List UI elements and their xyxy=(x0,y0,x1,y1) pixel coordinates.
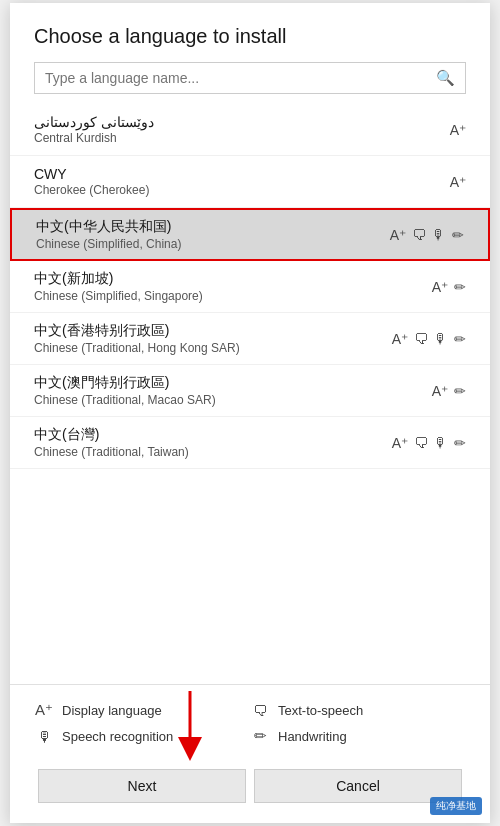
display-icon: A⁺ xyxy=(392,331,408,347)
lang-item-chinese-simplified-singapore[interactable]: 中文(新加坡) Chinese (Simplified, Singapore) … xyxy=(10,261,490,313)
lang-icons: A⁺ 🗨 🎙 ✏ xyxy=(392,435,466,451)
lang-subname: Chinese (Traditional, Macao SAR) xyxy=(34,393,432,407)
legend-handwriting-icon: ✏ xyxy=(250,727,270,745)
lang-name: 中文(新加坡) xyxy=(34,270,432,288)
display-icon: A⁺ xyxy=(450,174,466,190)
next-button[interactable]: Next xyxy=(38,769,246,803)
lang-icons: A⁺ ✏ xyxy=(432,279,466,295)
lang-subname: Chinese (Traditional, Taiwan) xyxy=(34,445,392,459)
lang-subname: Chinese (Simplified, Singapore) xyxy=(34,289,432,303)
legend-tts-icon: 🗨 xyxy=(250,702,270,719)
display-icon: A⁺ xyxy=(432,383,448,399)
lang-text: 中文(香港特别行政區) Chinese (Traditional, Hong K… xyxy=(34,322,392,355)
tts-icon: 🗨 xyxy=(414,331,428,347)
lang-subname: Central Kurdish xyxy=(34,131,450,145)
watermark: 纯净基地 xyxy=(430,797,482,815)
handwriting-icon: ✏ xyxy=(454,435,466,451)
handwriting-icon: ✏ xyxy=(454,383,466,399)
lang-item-central-kurdish[interactable]: دوێستانی کوردستانی Central Kurdish A⁺ xyxy=(10,104,490,156)
search-input[interactable] xyxy=(45,70,436,86)
legend-handwriting: ✏ Handwriting xyxy=(250,727,466,745)
handwriting-icon: ✏ xyxy=(454,279,466,295)
display-icon: A⁺ xyxy=(450,122,466,138)
lang-icons: A⁺ xyxy=(450,122,466,138)
handwriting-icon: ✏ xyxy=(452,227,464,243)
legend-section: A⁺ Display language 🗨 Text-to-speech 🎙 S… xyxy=(10,684,490,755)
lang-text: 中文(澳門特别行政區) Chinese (Traditional, Macao … xyxy=(34,374,432,407)
search-box[interactable]: 🔍 xyxy=(34,62,466,94)
lang-icons: A⁺ ✏ xyxy=(432,383,466,399)
display-icon: A⁺ xyxy=(390,227,406,243)
lang-text: 中文(新加坡) Chinese (Simplified, Singapore) xyxy=(34,270,432,303)
lang-text: 中文(台灣) Chinese (Traditional, Taiwan) xyxy=(34,426,392,459)
lang-text: 中文(中华人民共和国) Chinese (Simplified, China) xyxy=(36,218,390,251)
lang-text: CWY Cherokee (Cherokee) xyxy=(34,166,450,197)
legend-handwriting-label: Handwriting xyxy=(278,729,347,744)
handwriting-icon: ✏ xyxy=(454,331,466,347)
language-install-dialog: Choose a language to install 🔍 دوێستانی … xyxy=(10,3,490,823)
legend-display-icon: A⁺ xyxy=(34,701,54,719)
lang-subname: Cherokee (Cherokee) xyxy=(34,183,450,197)
lang-name: 中文(台灣) xyxy=(34,426,392,444)
display-icon: A⁺ xyxy=(432,279,448,295)
lang-icons: A⁺ 🗨 🎙 ✏ xyxy=(392,331,466,347)
language-list: دوێستانی کوردستانی Central Kurdish A⁺ CW… xyxy=(10,104,490,684)
legend-display: A⁺ Display language xyxy=(34,701,250,719)
search-icon: 🔍 xyxy=(436,69,455,87)
tts-icon: 🗨 xyxy=(412,227,426,243)
lang-item-chinese-traditional-taiwan[interactable]: 中文(台灣) Chinese (Traditional, Taiwan) A⁺ … xyxy=(10,417,490,469)
lang-icons: A⁺ xyxy=(450,174,466,190)
lang-name: 中文(中华人民共和国) xyxy=(36,218,390,236)
lang-item-chinese-simplified-china[interactable]: 中文(中华人民共和国) Chinese (Simplified, China) … xyxy=(10,208,490,261)
lang-name: 中文(香港特别行政區) xyxy=(34,322,392,340)
lang-icons: A⁺ 🗨 🎙 ✏ xyxy=(390,227,464,243)
dialog-header: Choose a language to install 🔍 xyxy=(10,3,490,104)
legend-display-label: Display language xyxy=(62,703,162,718)
lang-name: CWY xyxy=(34,166,450,182)
speech-icon: 🎙 xyxy=(434,331,448,347)
legend-tts: 🗨 Text-to-speech xyxy=(250,701,466,719)
lang-name: دوێستانی کوردستانی xyxy=(34,114,450,130)
lang-subname: Chinese (Simplified, China) xyxy=(36,237,390,251)
lang-text: دوێستانی کوردستانی Central Kurdish xyxy=(34,114,450,145)
lang-subname: Chinese (Traditional, Hong Kong SAR) xyxy=(34,341,392,355)
legend-tts-label: Text-to-speech xyxy=(278,703,363,718)
display-icon: A⁺ xyxy=(392,435,408,451)
lang-item-chinese-traditional-hk[interactable]: 中文(香港特别行政區) Chinese (Traditional, Hong K… xyxy=(10,313,490,365)
speech-icon: 🎙 xyxy=(434,435,448,451)
tts-icon: 🗨 xyxy=(414,435,428,451)
dialog-title: Choose a language to install xyxy=(34,25,466,48)
dialog-footer: Next Cancel xyxy=(10,755,490,823)
speech-icon: 🎙 xyxy=(432,227,446,243)
lang-item-chinese-traditional-macao[interactable]: 中文(澳門特别行政區) Chinese (Traditional, Macao … xyxy=(10,365,490,417)
legend-speech-icon: 🎙 xyxy=(34,728,54,745)
legend-speech: 🎙 Speech recognition xyxy=(34,727,250,745)
lang-name: 中文(澳門特别行政區) xyxy=(34,374,432,392)
legend-speech-label: Speech recognition xyxy=(62,729,173,744)
lang-item-cherokee[interactable]: CWY Cherokee (Cherokee) A⁺ xyxy=(10,156,490,208)
